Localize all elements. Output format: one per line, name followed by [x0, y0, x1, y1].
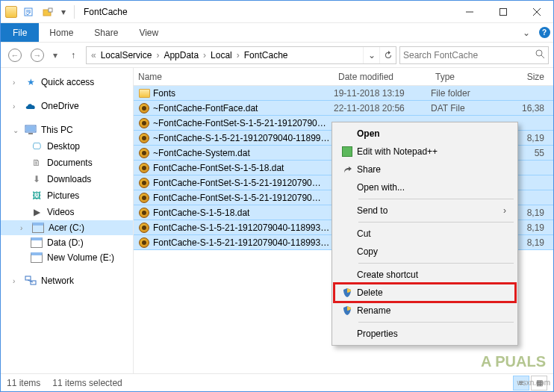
nav-drive-e[interactable]: New Volume (E:) — [1, 250, 133, 265]
monitor-icon — [25, 124, 37, 136]
col-date-header[interactable]: Date modified — [334, 72, 431, 82]
col-type-header[interactable]: Type — [431, 72, 505, 82]
search-input[interactable]: Search FontCache — [399, 46, 549, 64]
dat-file-icon — [139, 148, 149, 158]
nav-label: Data (D:) — [47, 237, 84, 248]
nav-label: Pictures — [47, 190, 79, 201]
chevron-right-icon: › — [13, 78, 20, 87]
details-view-button[interactable]: ≡ — [513, 376, 529, 391]
svg-line-10 — [541, 55, 544, 58]
nav-drive-d[interactable]: Data (D:) — [1, 235, 133, 250]
ribbon-tabs: File Home Share View ⌄ ? — [1, 23, 553, 43]
dat-file-icon — [139, 223, 149, 233]
chevron-right-icon: › — [235, 50, 241, 60]
nav-videos[interactable]: ▶Videos — [1, 204, 133, 220]
breadcrumb-seg-2[interactable]: Local — [208, 50, 235, 60]
ctx-label: Edit with Notepad++ — [357, 146, 515, 157]
file-name: ~FontCache-S-1-5-21-1912079040-11899… — [152, 133, 334, 143]
nav-network[interactable]: › Network — [1, 273, 133, 289]
recent-locations-button[interactable]: ▾ — [50, 46, 60, 65]
nav-drive-c[interactable]: ›Acer (C:) — [1, 220, 133, 235]
up-button[interactable]: ↑ — [63, 46, 83, 65]
breadcrumb-history-button[interactable]: ⌄ — [363, 47, 379, 63]
column-headers: Name Date modified Type Size — [134, 68, 553, 86]
shield-icon — [342, 305, 352, 316]
help-button[interactable]: ? — [535, 23, 553, 42]
col-name-header[interactable]: Name — [134, 72, 334, 82]
cloud-icon — [25, 100, 37, 112]
nav-quick-access[interactable]: › ★ Quick access — [1, 74, 133, 90]
ctx-send-to[interactable]: Send to› — [334, 202, 515, 220]
breadcrumb-seg-1[interactable]: AppData — [161, 50, 202, 60]
tab-view[interactable]: View — [128, 23, 169, 42]
ribbon-expand-button[interactable]: ⌄ — [517, 23, 535, 42]
address-bar-row: ← → ▾ ↑ « LocalService › AppData › Local… — [1, 43, 553, 68]
svg-rect-6 — [499, 8, 506, 15]
nav-downloads[interactable]: ⬇Downloads — [1, 171, 133, 187]
ctx-cut[interactable]: Cut — [334, 225, 515, 243]
minimize-button[interactable] — [452, 1, 486, 22]
ctx-delete[interactable]: Delete — [334, 284, 515, 302]
app-folder-icon — [5, 6, 17, 18]
downloads-icon: ⬇ — [31, 173, 43, 185]
refresh-button[interactable] — [379, 47, 396, 63]
back-arrow-icon: ← — [8, 49, 22, 62]
forward-button[interactable]: → — [28, 46, 47, 65]
file-tab[interactable]: File — [1, 23, 39, 42]
file-name: ~FontCache-FontSet-S-1-5-21-19120790… — [152, 118, 334, 128]
refresh-icon — [384, 51, 393, 60]
pictures-icon: 🖼 — [31, 190, 43, 202]
dat-file-icon — [139, 103, 149, 113]
ctx-create-shortcut[interactable]: Create shortcut — [334, 266, 515, 284]
file-name: FontCache-S-1-5-21-1912079040-118993… — [152, 223, 334, 233]
navigation-pane: › ★ Quick access › OneDrive ⌄ This PC — [1, 68, 134, 373]
nav-pictures[interactable]: 🖼Pictures — [1, 187, 133, 204]
ctx-copy[interactable]: Copy — [334, 243, 515, 261]
ctx-label: Share — [357, 164, 515, 175]
file-date: 22-11-2018 20:56 — [334, 103, 431, 113]
ctx-separator — [358, 322, 514, 323]
share-icon — [342, 164, 352, 175]
breadcrumb-seg-0[interactable]: LocalService — [98, 50, 155, 60]
network-icon — [25, 275, 37, 287]
nav-desktop[interactable]: 🖵Desktop — [1, 138, 133, 155]
help-icon: ? — [539, 27, 550, 38]
ctx-properties[interactable]: Properties — [334, 325, 515, 343]
maximize-button[interactable] — [486, 1, 520, 22]
nav-this-pc[interactable]: ⌄ This PC — [1, 122, 133, 138]
context-menu: Open Edit with Notepad++ Share Open with… — [332, 122, 518, 346]
qat-properties-button[interactable] — [20, 4, 37, 20]
videos-icon: ▶ — [31, 206, 43, 218]
nav-documents[interactable]: 🗎Documents — [1, 155, 133, 171]
shield-icon — [342, 287, 352, 298]
close-button[interactable] — [520, 1, 553, 22]
qat-new-folder-button[interactable] — [40, 4, 56, 20]
qat-customize-button[interactable]: ▾ — [59, 4, 68, 20]
dat-file-icon — [139, 133, 149, 143]
ctx-share[interactable]: Share — [334, 161, 515, 178]
col-size-header[interactable]: Size — [505, 72, 553, 82]
file-row[interactable]: Fonts19-11-2018 13:19File folder — [134, 86, 553, 101]
ctx-rename[interactable]: Rename — [334, 302, 515, 320]
ctx-label: Create shortcut — [357, 270, 515, 280]
ctx-open[interactable]: Open — [334, 125, 515, 143]
tab-home[interactable]: Home — [39, 23, 84, 42]
breadcrumb-seg-3[interactable]: FontCache — [241, 50, 291, 60]
dat-file-icon — [139, 118, 149, 128]
file-row[interactable]: ~FontCache-FontFace.dat22-11-2018 20:56D… — [134, 100, 553, 116]
dat-file-icon — [139, 193, 149, 203]
ctx-open-with[interactable]: Open with... — [334, 178, 515, 196]
properties-icon — [23, 7, 34, 17]
nav-onedrive[interactable]: › OneDrive — [1, 98, 133, 114]
breadcrumb-root-chevron[interactable]: « — [90, 50, 98, 60]
ctx-edit-notepadpp[interactable]: Edit with Notepad++ — [334, 143, 515, 161]
back-button[interactable]: ← — [5, 46, 25, 65]
breadcrumb[interactable]: « LocalService › AppData › Local › FontC… — [86, 46, 396, 64]
file-name: FontCache-FontSet-S-1-5-21-19120790… — [152, 178, 334, 188]
chevron-right-icon: › — [20, 224, 28, 232]
tab-share[interactable]: Share — [84, 23, 128, 42]
icons-view-button[interactable]: ▦ — [531, 376, 547, 391]
nav-label: Network — [41, 276, 74, 286]
notepadpp-icon — [342, 146, 352, 157]
quick-access-toolbar: ▾ — [1, 4, 78, 20]
